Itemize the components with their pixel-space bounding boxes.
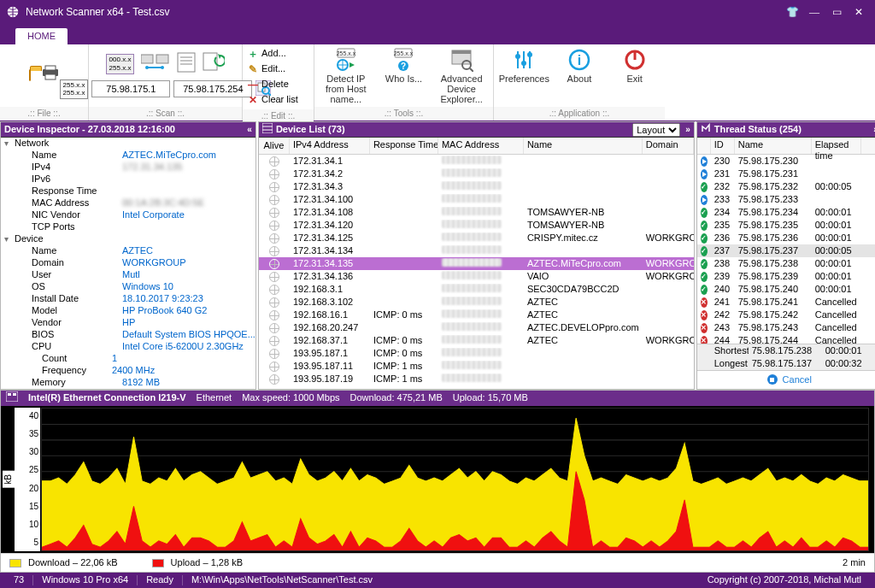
clear-button[interactable]: ✕Clear list: [248, 92, 298, 108]
thread-row[interactable]: 23675.98.175.23600:00:01: [697, 232, 875, 244]
inspector-row[interactable]: IPv4172.31.34.135: [1, 162, 255, 173]
tab-home[interactable]: HOME: [15, 28, 68, 44]
inspector-row[interactable]: UserMutl: [1, 269, 255, 281]
device-row[interactable]: 192.168.3.102 AZTEC: [259, 296, 694, 309]
advanced-explorer-button[interactable]: Advanced Device Explorer...: [438, 48, 484, 104]
inspector-row[interactable]: TCP Ports: [1, 221, 255, 233]
thread-row[interactable]: 24175.98.175.241Cancelled: [697, 296, 875, 309]
thread-status-icon: [701, 123, 711, 136]
inspector-row[interactable]: IPv6: [1, 173, 255, 185]
col-mac[interactable]: MAC Address: [438, 138, 524, 154]
legend-upload: Upload – 1,28 kB: [171, 557, 243, 568]
thread-row[interactable]: 23875.98.175.23800:00:01: [697, 257, 875, 270]
thread-row[interactable]: 24075.98.175.24000:00:01: [697, 283, 875, 296]
col-ip[interactable]: IPv4 Address: [290, 138, 370, 154]
ribbon-tabstrip: HOME: [0, 24, 875, 44]
inspector-row[interactable]: NameAZTEC.MiTeCpro.com: [1, 150, 255, 162]
device-row[interactable]: 192.168.3.1 SEC30CDA79BCC2D: [259, 283, 694, 296]
device-row[interactable]: 193.95.187.19 ICMP: 1 ms: [259, 373, 694, 385]
thread-row[interactable]: 23375.98.175.233: [697, 193, 875, 206]
inspector-row[interactable]: DomainWORKGROUP: [1, 257, 255, 269]
thread-row[interactable]: 23575.98.175.23500:00:01: [697, 219, 875, 232]
thread-row[interactable]: 24375.98.175.243Cancelled: [697, 321, 875, 334]
col-domain[interactable]: Domain: [643, 138, 694, 154]
inspector-row[interactable]: Memory8192 MB: [1, 377, 255, 389]
col-thread-id[interactable]: ID: [711, 138, 735, 154]
device-row[interactable]: 192.168.37.1 ICMP: 0 ms AZTEC WORKGROUP: [259, 334, 694, 347]
open-button[interactable]: [29, 70, 31, 81]
col-thread-name[interactable]: Name: [735, 138, 812, 154]
whois-button[interactable]: 255.x.x? Who Is...: [380, 48, 426, 84]
device-row[interactable]: 192.168.20.247 AZTEC.DEVELOPpro.com: [259, 321, 694, 334]
inspector-row[interactable]: MAC Address00:1A:2B:3C:4D:5E: [1, 197, 255, 209]
print-button[interactable]: [41, 65, 60, 83]
thread-row[interactable]: 23075.98.175.230: [697, 155, 875, 168]
inspector-row[interactable]: ▾Device: [1, 233, 255, 245]
inspector-row[interactable]: CPUIntel Core i5-6200U 2.30GHz: [1, 341, 255, 353]
col-thread-elapsed[interactable]: Elapsed time: [812, 138, 861, 154]
inspector-row[interactable]: VendorHP: [1, 317, 255, 329]
device-row[interactable]: 172.31.34.3: [259, 180, 694, 193]
thread-row[interactable]: 23775.98.175.23700:00:05: [697, 244, 875, 257]
ip-to-input[interactable]: [173, 80, 252, 97]
detect-ip-button[interactable]: 255.x.x Detect IP from Host name...: [323, 48, 369, 104]
thread-body[interactable]: 23075.98.175.23023175.98.175.23123275.98…: [697, 155, 875, 344]
range-mode-b-button[interactable]: 255.x.x255.x.x: [60, 79, 89, 99]
col-name[interactable]: Name: [524, 138, 643, 154]
edit-button[interactable]: ✎Edit...: [248, 62, 285, 77]
ip-from-input[interactable]: [91, 80, 170, 97]
thread-row[interactable]: 24475.98.175.244Cancelled: [697, 334, 875, 344]
minimize-button[interactable]: —: [803, 3, 825, 21]
thread-row[interactable]: 24275.98.175.242Cancelled: [697, 309, 875, 321]
device-row[interactable]: 172.31.34.120 TOMSAWYER-NB: [259, 219, 694, 232]
preferences-button[interactable]: Preferences: [501, 48, 547, 84]
tshirt-icon[interactable]: 👕: [781, 3, 803, 21]
maximize-button[interactable]: ▭: [825, 3, 848, 21]
thread-row[interactable]: 23175.98.175.231: [697, 168, 875, 180]
device-row[interactable]: 172.31.34.136 VAIO WORKGROUP: [259, 270, 694, 283]
inspector-row[interactable]: NameAZTEC: [1, 245, 255, 257]
cancel-button[interactable]: Cancel: [697, 370, 875, 389]
inspector-row[interactable]: Frequency2400 MHz: [1, 365, 255, 377]
device-list-header-row[interactable]: Alive IPv4 Address Response Time MAC Add…: [259, 138, 694, 155]
scan-list-icon[interactable]: [177, 52, 196, 75]
delete-button[interactable]: —Delete: [248, 77, 289, 92]
device-list-collapse-button[interactable]: »: [685, 125, 690, 135]
device-row[interactable]: 172.31.34.125 CRISPY.mitec.cz WORKGROUP: [259, 232, 694, 244]
device-row[interactable]: 172.31.34.100: [259, 193, 694, 206]
device-row[interactable]: 192.168.16.1 ICMP: 0 ms AZTEC: [259, 309, 694, 321]
scan-refresh-icon[interactable]: [203, 52, 225, 75]
inspector-tree[interactable]: ▾NetworkNameAZTEC.MiTeCpro.comIPv4172.31…: [1, 138, 255, 389]
thread-header-row[interactable]: ID Name Elapsed time: [697, 138, 875, 155]
range-mode-a-button[interactable]: 000.x.x255.x.x: [106, 54, 135, 74]
about-button[interactable]: i About: [556, 48, 602, 84]
device-row[interactable]: 172.31.34.108 TOMSAWYER-NB: [259, 206, 694, 219]
device-row[interactable]: 193.95.187.11 ICMP: 1 ms: [259, 360, 694, 373]
add-button[interactable]: ＋Add...: [248, 46, 286, 62]
inspector-row[interactable]: OSWindows 10: [1, 281, 255, 293]
inspector-row[interactable]: Count1: [1, 353, 255, 365]
inspector-collapse-button[interactable]: «: [247, 125, 252, 135]
inspector-row[interactable]: Install Date18.10.2017 9:23:23: [1, 293, 255, 305]
col-response[interactable]: Response Time: [370, 138, 438, 154]
device-list-body[interactable]: 172.31.34.1 172.31.34.2 172.31.34.3 172.…: [259, 155, 694, 389]
inspector-row[interactable]: NIC VendorIntel Corporate: [1, 209, 255, 221]
inspector-row[interactable]: ModelHP ProBook 640 G2: [1, 305, 255, 317]
thread-row[interactable]: 23275.98.175.23200:00:05: [697, 180, 875, 193]
thread-row[interactable]: 23475.98.175.23400:00:01: [697, 206, 875, 219]
scan-computers-icon[interactable]: [141, 52, 170, 75]
col-alive[interactable]: Alive: [259, 138, 290, 154]
thread-row[interactable]: 23975.98.175.23900:00:01: [697, 270, 875, 283]
layout-dropdown[interactable]: Layout: [632, 123, 680, 137]
inspector-row[interactable]: ▾Network: [1, 138, 255, 150]
device-row[interactable]: 172.31.34.135 AZTEC.MiTeCpro.com WORKGRO…: [259, 257, 694, 270]
device-row[interactable]: 172.31.34.134: [259, 244, 694, 257]
inspector-title: Device Inspector - 27.03.2018 12:16:00: [4, 124, 175, 135]
device-row[interactable]: 172.31.34.2: [259, 168, 694, 180]
device-row[interactable]: 172.31.34.1: [259, 155, 694, 168]
inspector-row[interactable]: Response Time: [1, 185, 255, 197]
exit-button[interactable]: Exit: [612, 48, 658, 84]
device-row[interactable]: 193.95.187.1 ICMP: 0 ms: [259, 347, 694, 360]
inspector-row[interactable]: BIOSDefault System BIOS HPQOE...: [1, 329, 255, 341]
close-button[interactable]: ✕: [848, 3, 870, 21]
